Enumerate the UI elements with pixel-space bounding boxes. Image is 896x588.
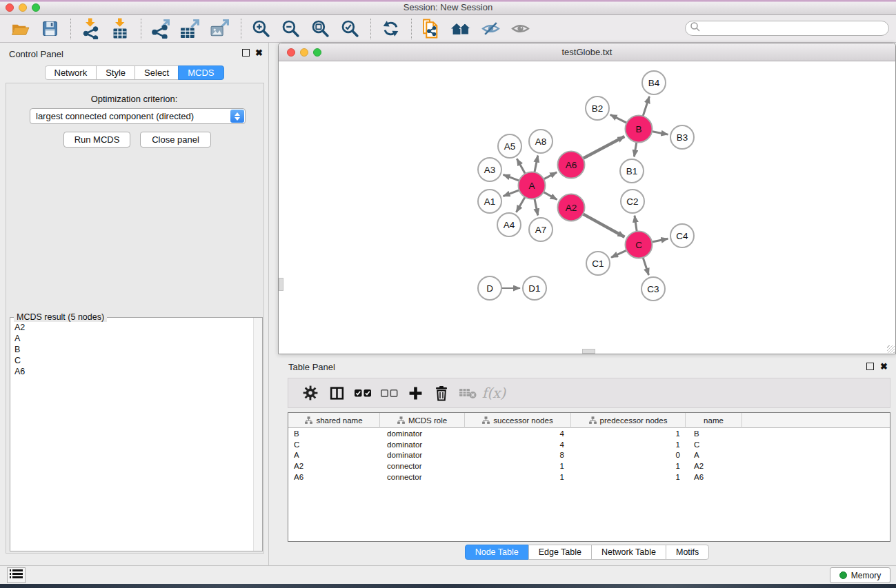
hierarchy-icon: [482, 416, 490, 425]
graph-node-D[interactable]: D: [478, 276, 501, 300]
search-input[interactable]: [701, 22, 888, 34]
desktop-background-strip: [0, 584, 896, 588]
svg-text:A6: A6: [566, 160, 577, 170]
network-vertical-scrollbar[interactable]: [279, 278, 283, 291]
graph-node-B[interactable]: B: [626, 116, 653, 143]
memory-button[interactable]: Memory: [830, 567, 890, 583]
graph-node-A7[interactable]: A7: [529, 218, 552, 241]
tab-style[interactable]: Style: [96, 65, 135, 80]
graph-node-C4[interactable]: C4: [670, 224, 694, 247]
graph-node-A2[interactable]: A2: [558, 194, 585, 221]
graph-node-A1[interactable]: A1: [478, 190, 501, 213]
graph-node-A6[interactable]: A6: [558, 152, 585, 179]
show-all-eye-icon[interactable]: [508, 17, 532, 41]
network-graph-svg[interactable]: B4B2BB3A5A8A6A3B1AA1C2A2A4A7C4CC1C3DD1: [279, 61, 895, 354]
select-all-checkboxes-icon[interactable]: [350, 381, 375, 405]
close-panel-button[interactable]: Close panel: [140, 132, 211, 148]
float-table-panel-icon[interactable]: [866, 363, 874, 370]
table-row[interactable]: Bdominator41B: [288, 428, 890, 439]
table-cell: B: [288, 429, 380, 438]
settings-gear-icon[interactable]: [298, 381, 323, 405]
zoom-in-icon[interactable]: [249, 17, 272, 41]
delete-column-icon[interactable]: [429, 381, 454, 405]
svg-text:C2: C2: [626, 196, 638, 207]
graph-node-A3[interactable]: A3: [478, 158, 501, 181]
svg-text:B3: B3: [677, 132, 688, 143]
column-header-shared-name[interactable]: shared name: [288, 413, 380, 428]
close-table-panel-icon[interactable]: ✖: [880, 363, 888, 370]
criterion-dropdown[interactable]: largest connected component (directed): [30, 108, 246, 124]
close-panel-icon[interactable]: ✖: [255, 49, 263, 57]
task-history-button[interactable]: [7, 567, 26, 583]
graph-node-C[interactable]: C: [626, 232, 653, 258]
tab-select[interactable]: Select: [135, 65, 179, 80]
export-table-icon[interactable]: [179, 17, 202, 41]
table-row[interactable]: A6connector11A6: [288, 472, 890, 483]
export-image-icon[interactable]: [208, 17, 232, 41]
tab-mcds[interactable]: MCDS: [178, 65, 223, 80]
zoom-selected-icon[interactable]: [338, 17, 361, 41]
mcds-result-item[interactable]: C: [11, 355, 252, 366]
toolbar-separator: [241, 19, 241, 39]
zoom-out-icon[interactable]: [279, 17, 302, 41]
table-row[interactable]: Adominator80A: [288, 450, 890, 461]
svg-text:A: A: [528, 181, 535, 191]
graph-node-A5[interactable]: A5: [498, 134, 521, 158]
table-row[interactable]: Cdominator41C: [288, 439, 890, 450]
save-session-icon[interactable]: [38, 17, 61, 41]
run-mcds-button[interactable]: Run MCDS: [63, 132, 130, 148]
split-columns-icon[interactable]: [324, 381, 349, 405]
zoom-fit-icon[interactable]: [308, 17, 332, 41]
tab-node-table[interactable]: Node Table: [465, 545, 529, 560]
table-cell: dominator: [380, 429, 465, 438]
graph-node-D1[interactable]: D1: [523, 276, 546, 300]
import-network-icon[interactable]: [79, 17, 102, 41]
network-window-titlebar: testGlobe.txt: [279, 43, 895, 61]
graph-node-C3[interactable]: C3: [641, 277, 665, 301]
float-panel-icon[interactable]: [242, 49, 250, 57]
network-horizontal-scrollbar[interactable]: [582, 349, 595, 354]
graph-node-C1[interactable]: C1: [586, 252, 610, 275]
control-panel-header: Control Panel ✖: [0, 48, 268, 61]
mcds-result-item[interactable]: A: [11, 333, 252, 344]
add-column-icon[interactable]: [403, 381, 428, 405]
tab-motifs[interactable]: Motifs: [666, 545, 709, 560]
home-layout-icon[interactable]: [449, 17, 472, 41]
column-header-MCDS-role[interactable]: MCDS role: [380, 413, 465, 428]
graph-node-B4[interactable]: B4: [642, 71, 666, 94]
graph-node-B2[interactable]: B2: [586, 97, 609, 120]
refresh-icon[interactable]: [379, 17, 402, 41]
export-network-icon[interactable]: [149, 17, 172, 41]
network-canvas[interactable]: B4B2BB3A5A8A6A3B1AA1C2A2A4A7C4CC1C3DD1: [279, 61, 895, 354]
network-from-selection-icon[interactable]: [419, 17, 443, 41]
column-header-name[interactable]: name: [686, 413, 742, 428]
tab-edge-table[interactable]: Edge Table: [528, 545, 592, 560]
graph-node-A8[interactable]: A8: [529, 130, 552, 153]
toolbar-separator: [411, 19, 412, 39]
tab-network-table[interactable]: Network Table: [591, 545, 666, 560]
control-panel-tabs: NetworkStyleSelectMCDS: [44, 65, 223, 80]
table-cell: C: [288, 440, 380, 449]
import-table-icon[interactable]: [108, 17, 132, 41]
graph-node-A[interactable]: A: [519, 172, 546, 199]
svg-text:A2: A2: [566, 203, 577, 213]
graph-node-C2[interactable]: C2: [621, 190, 644, 213]
tab-network[interactable]: Network: [44, 65, 97, 80]
graph-node-A4[interactable]: A4: [497, 213, 521, 236]
svg-text:B1: B1: [626, 166, 638, 176]
hide-selected-eye-icon[interactable]: [479, 17, 502, 41]
open-session-icon[interactable]: [8, 17, 32, 41]
svg-text:C: C: [635, 240, 642, 250]
status-bar: Memory: [0, 565, 896, 584]
table-row[interactable]: A2connector11A2: [288, 460, 890, 472]
column-header-successor-nodes[interactable]: successor nodes: [465, 413, 571, 428]
mcds-result-item[interactable]: A6: [11, 366, 252, 377]
graph-node-B3[interactable]: B3: [670, 125, 694, 149]
deselect-all-checkboxes-icon[interactable]: [377, 381, 401, 405]
graph-node-B1[interactable]: B1: [620, 159, 644, 183]
mcds-result-item[interactable]: A2: [11, 322, 252, 333]
resize-grip-icon[interactable]: [887, 345, 895, 353]
column-header-predecessor-nodes[interactable]: predecessor nodes: [571, 413, 686, 428]
mcds-result-item[interactable]: B: [11, 344, 252, 355]
result-scrollbar[interactable]: [253, 318, 262, 551]
